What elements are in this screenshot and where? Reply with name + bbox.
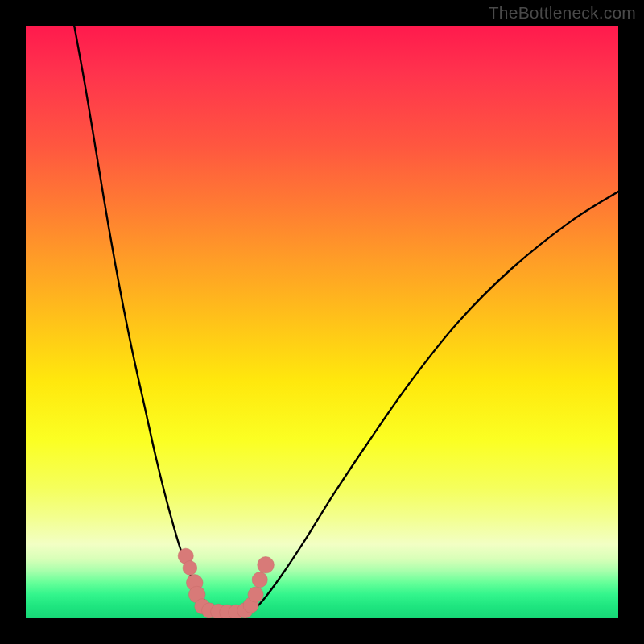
data-marker — [252, 572, 267, 588]
data-marker — [248, 587, 263, 602]
watermark-label: TheBottleneck.com — [489, 3, 636, 23]
marker-cluster — [178, 548, 274, 618]
data-marker — [183, 561, 197, 576]
curve-layer — [26, 26, 618, 618]
data-marker — [258, 556, 275, 573]
curve-right-branch — [251, 192, 618, 613]
bottleneck-curve — [73, 26, 618, 613]
chart-frame: TheBottleneck.com — [0, 0, 644, 644]
curve-left-branch — [73, 26, 216, 613]
plot-area — [26, 26, 618, 618]
